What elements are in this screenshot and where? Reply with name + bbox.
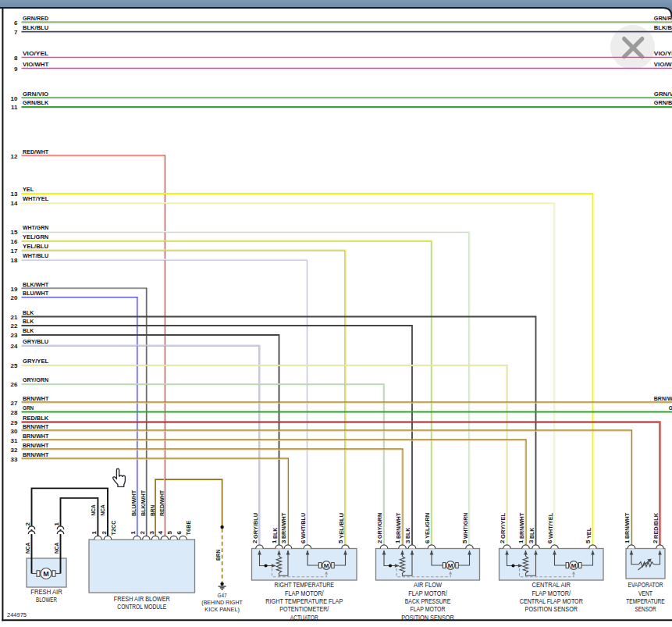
svg-text:25: 25 xyxy=(11,362,18,369)
svg-text:28: 28 xyxy=(11,409,18,416)
svg-text:23: 23 xyxy=(11,332,18,339)
svg-text:1: 1 xyxy=(394,540,401,543)
svg-text:RED/BLK: RED/BLK xyxy=(652,513,660,539)
svg-text:FRESH AIR BLOWER: FRESH AIR BLOWER xyxy=(114,595,170,603)
svg-text:5: 5 xyxy=(461,540,468,543)
svg-text:5: 5 xyxy=(585,540,592,543)
svg-text:BLK: BLK xyxy=(23,318,34,325)
svg-text:T2CC: T2CC xyxy=(110,520,117,535)
svg-text:BRN/WHT: BRN/WHT xyxy=(23,433,48,440)
svg-text:7: 7 xyxy=(14,29,18,36)
svg-text:ACTUATOR: ACTUATOR xyxy=(290,614,318,622)
svg-text:WHT/GRN: WHT/GRN xyxy=(462,513,469,539)
svg-text:32: 32 xyxy=(11,447,18,454)
svg-text:BRN/WHT: BRN/WHT xyxy=(23,451,48,458)
svg-text:BLK: BLK xyxy=(23,309,34,316)
svg-text:14: 14 xyxy=(11,200,18,207)
svg-text:SENSOR: SENSOR xyxy=(635,605,656,613)
svg-text:GRY/YEL: GRY/YEL xyxy=(500,513,507,539)
svg-text:6: 6 xyxy=(546,540,553,543)
svg-text:G47: G47 xyxy=(218,592,227,599)
svg-text:FRESH AIR: FRESH AIR xyxy=(30,588,62,596)
svg-text:YEL: YEL xyxy=(585,528,592,539)
svg-text:3: 3 xyxy=(148,531,155,535)
svg-text:GRN/BLK: GRN/BLK xyxy=(23,99,48,106)
svg-text:GRN: GRN xyxy=(669,404,672,411)
svg-text:BRN/WHT: BRN/WHT xyxy=(23,395,48,402)
svg-text:GRN/RED: GRN/RED xyxy=(23,15,48,22)
svg-text:VIO/WHT: VIO/WHT xyxy=(654,61,672,68)
svg-text:12: 12 xyxy=(11,153,18,160)
svg-text:BLK/BLU: BLK/BLU xyxy=(23,24,48,31)
svg-text:YEL/GRN: YEL/GRN xyxy=(23,233,48,240)
svg-text:2: 2 xyxy=(376,540,383,543)
svg-text:27: 27 xyxy=(11,400,18,407)
svg-text:EVAPORATOR: EVAPORATOR xyxy=(628,581,663,589)
svg-text:BRN/WHT: BRN/WHT xyxy=(23,442,48,449)
svg-text:BLK/WHT: BLK/WHT xyxy=(140,490,147,516)
svg-text:BLK: BLK xyxy=(23,327,34,334)
svg-text:VENT: VENT xyxy=(638,590,652,597)
svg-text:RED/WHT: RED/WHT xyxy=(158,490,165,516)
svg-text:BRN: BRN xyxy=(215,550,222,561)
svg-text:YEL/BLU: YEL/BLU xyxy=(23,243,48,250)
svg-text:1: 1 xyxy=(130,531,137,535)
svg-text:1: 1 xyxy=(91,531,98,535)
svg-text:YEL: YEL xyxy=(23,186,34,193)
svg-text:17: 17 xyxy=(11,248,18,255)
svg-text:2: 2 xyxy=(101,531,108,535)
svg-text:POTENTIOMETER/: POTENTIOMETER/ xyxy=(279,605,329,613)
svg-text:FLAP MOTOR: FLAP MOTOR xyxy=(411,605,446,613)
svg-text:26: 26 xyxy=(11,381,18,388)
svg-text:NCA: NCA xyxy=(24,543,31,554)
svg-text:GRY/YEL: GRY/YEL xyxy=(23,358,48,365)
svg-text:RIGHT TEMPERATURE FLAP: RIGHT TEMPERATURE FLAP xyxy=(265,597,343,605)
svg-text:20: 20 xyxy=(11,294,18,301)
svg-text:GRN: GRN xyxy=(23,404,34,411)
svg-text:FLAP MOTOR/: FLAP MOTOR/ xyxy=(285,590,324,597)
svg-text:22: 22 xyxy=(11,322,18,330)
svg-text:NCA: NCA xyxy=(53,543,60,554)
svg-text:YEL/BLU: YEL/BLU xyxy=(338,513,345,539)
svg-text:BRN/WHT: BRN/WHT xyxy=(23,423,48,430)
svg-text:CENTRAL FLAP MOTOR: CENTRAL FLAP MOTOR xyxy=(520,597,583,605)
svg-text:GRN/BLK: GRN/BLK xyxy=(654,99,672,106)
svg-text:WHT/YEL: WHT/YEL xyxy=(23,195,48,202)
svg-text:BRN/WHT: BRN/WHT xyxy=(280,513,287,539)
svg-text:M: M xyxy=(43,570,49,578)
svg-text:KICK PANEL): KICK PANEL) xyxy=(204,606,240,613)
svg-text:6: 6 xyxy=(14,20,18,27)
svg-text:M: M xyxy=(571,562,577,569)
svg-text:BLU/WHT: BLU/WHT xyxy=(130,490,137,516)
svg-text:19: 19 xyxy=(11,286,18,293)
svg-text:T6BE: T6BE xyxy=(185,520,192,536)
svg-text:18: 18 xyxy=(11,257,18,264)
svg-text:1: 1 xyxy=(271,540,278,543)
svg-text:POSITION SENSOR: POSITION SENSOR xyxy=(525,605,578,613)
svg-text:2: 2 xyxy=(652,540,659,543)
svg-text:GRY/BLU: GRY/BLU xyxy=(252,513,259,539)
svg-text:BLU/WHT: BLU/WHT xyxy=(23,290,48,297)
svg-text:NCA: NCA xyxy=(99,504,106,515)
svg-text:GRN/RED: GRN/RED xyxy=(654,15,672,22)
svg-text:WHT/BLU: WHT/BLU xyxy=(300,513,307,539)
svg-text:CENTRAL AIR: CENTRAL AIR xyxy=(532,581,571,589)
svg-text:POSITION SENSOR: POSITION SENSOR xyxy=(401,614,454,622)
svg-text:M: M xyxy=(448,562,453,569)
svg-text:AIR FLOW: AIR FLOW xyxy=(414,581,443,589)
svg-text:4: 4 xyxy=(157,531,164,535)
svg-text:BRN/WHT: BRN/WHT xyxy=(624,513,631,539)
svg-text:BLK/WHT: BLK/WHT xyxy=(23,281,48,288)
svg-text:13: 13 xyxy=(11,191,18,198)
svg-text:BLK/BLU: BLK/BLU xyxy=(654,24,672,31)
svg-text:BLK: BLK xyxy=(272,528,279,539)
svg-text:244975: 244975 xyxy=(7,611,27,618)
svg-text:BRN/WHT: BRN/WHT xyxy=(518,513,525,539)
svg-text:FLAP MOTOR/: FLAP MOTOR/ xyxy=(532,590,571,597)
svg-text:RED/WHT: RED/WHT xyxy=(23,148,48,155)
svg-text:31: 31 xyxy=(11,437,18,444)
svg-text:GRY/GRN: GRY/GRN xyxy=(23,376,48,383)
svg-text:3: 3 xyxy=(404,540,411,543)
svg-text:M: M xyxy=(324,562,329,569)
svg-text:15: 15 xyxy=(11,229,18,236)
